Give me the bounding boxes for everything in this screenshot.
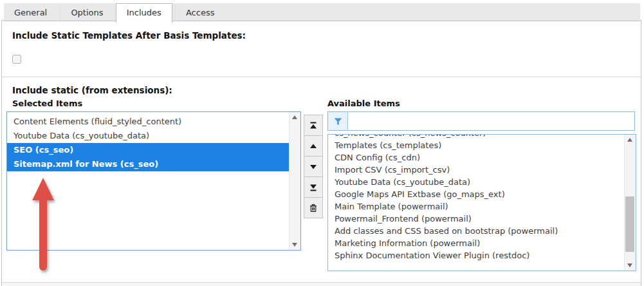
list-item-clipped[interactable]: cs_news_counter (cs_news_counter) [328, 134, 625, 139]
next-section-strip [2, 283, 641, 286]
scroll-down-icon[interactable] [625, 260, 636, 271]
trash-icon [308, 203, 318, 213]
list-item[interactable]: Powermail_Frontend (powermail) [328, 213, 625, 225]
scroll-down-icon[interactable] [290, 240, 300, 250]
scroll-up-icon[interactable] [290, 112, 300, 122]
delete-button[interactable] [304, 197, 323, 218]
selected-items-label: Selected Items [12, 99, 82, 108]
available-items-listbox[interactable]: cs_news_counter (cs_news_counter) Templa… [327, 134, 636, 271]
available-items-label: Available Items [327, 99, 400, 108]
list-item-selected[interactable]: Sitemap.xml for News (cs_seo) [7, 157, 290, 171]
arrow-down-icon [308, 162, 318, 172]
list-item[interactable]: Youtube Data (cs_youtube_data) [328, 176, 625, 188]
scrollbar-thumb[interactable] [625, 196, 634, 252]
tab-bar: General Options Includes Access [4, 3, 640, 21]
scroll-up-icon[interactable] [625, 135, 636, 145]
move-to-bottom-icon [308, 182, 318, 193]
list-item[interactable]: CDN Config (cs_cdn) [328, 151, 625, 164]
tab-options[interactable]: Options [60, 4, 113, 21]
arrow-up-icon [308, 141, 318, 151]
available-items-rows: cs_news_counter (cs_news_counter) Templa… [328, 134, 625, 262]
move-to-top-icon [308, 120, 318, 131]
includes-panel: Include Static Templates After Basis Tem… [1, 20, 641, 286]
filter-input[interactable] [348, 112, 634, 130]
selected-scrollbar[interactable] [289, 112, 300, 250]
tab-includes[interactable]: Includes [116, 3, 172, 23]
selected-items-listbox[interactable]: Content Elements (fluid_styled_content) … [6, 111, 301, 251]
filter-funnel-icon [334, 118, 342, 125]
list-item[interactable]: Marketing Information (powermail) [328, 237, 625, 249]
template-edit-screen: General Options Includes Access Include … [0, 0, 644, 286]
tab-general[interactable]: General [4, 4, 57, 21]
move-down-button[interactable] [304, 156, 323, 177]
tab-access[interactable]: Access [175, 4, 225, 21]
move-up-button[interactable] [304, 135, 323, 157]
list-item[interactable]: Add classes and CSS based on bootstrap (… [328, 225, 625, 237]
filter-addon [328, 112, 348, 130]
list-item[interactable]: Youtube Data (cs_youtube_data) [7, 129, 290, 143]
available-filter [327, 111, 635, 131]
static-after-checkbox[interactable] [12, 55, 21, 64]
list-item[interactable]: Sphinx Documentation Viewer Plugin (rest… [328, 249, 625, 262]
list-item[interactable]: Content Elements (fluid_styled_content) [7, 115, 290, 129]
list-control-buttons [304, 115, 323, 218]
available-scrollbar[interactable] [624, 135, 636, 271]
list-item-selected[interactable]: SEO (cs_seo) [7, 143, 290, 157]
list-item[interactable]: Google Maps API Extbase (go_maps_ext) [328, 188, 625, 200]
include-static-heading: Include static (from extensions): [12, 85, 172, 95]
list-item[interactable]: Templates (cs_templates) [328, 139, 625, 151]
static-after-heading: Include Static Templates After Basis Tem… [12, 30, 246, 41]
list-item[interactable]: Import CSV (cs_import_csv) [328, 164, 625, 176]
move-to-top-button[interactable] [304, 115, 323, 136]
section-divider [2, 77, 641, 77]
move-to-bottom-button[interactable] [304, 176, 323, 198]
list-item[interactable]: Main Template (powermail) [328, 200, 625, 213]
selected-items-rows: Content Elements (fluid_styled_content) … [7, 112, 290, 171]
